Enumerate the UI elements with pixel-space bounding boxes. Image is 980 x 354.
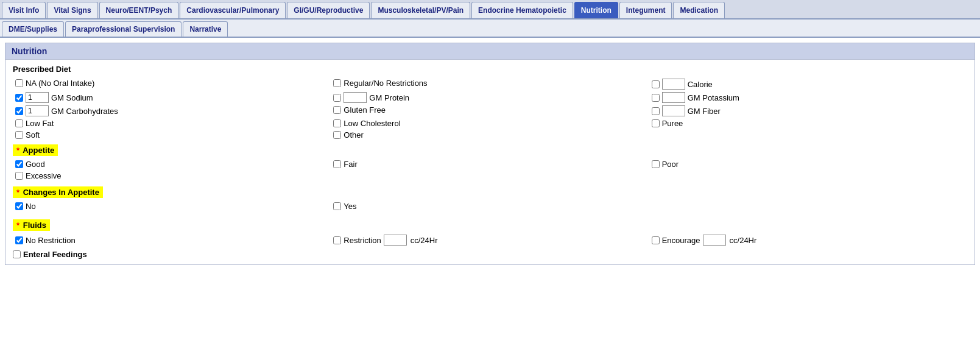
diet-gm-potassium-label: GM Potassium <box>688 93 739 102</box>
diet-low-fat-label: Low Fat <box>26 119 54 128</box>
diet-gm-fiber-label: GM Fiber <box>688 107 721 116</box>
diet-gm-potassium-input[interactable] <box>662 92 685 103</box>
fluids-restriction: Restriction cc/24Hr <box>333 234 646 246</box>
changes-yes-label: Yes <box>344 202 356 211</box>
fluids-required-star: * <box>16 221 19 230</box>
appetite-excessive-checkbox[interactable] <box>15 172 23 180</box>
fluids-section: * Fluids No Restriction <box>13 216 967 247</box>
diet-gluten-free-label: Gluten Free <box>344 105 386 115</box>
diet-calorie-checkbox[interactable] <box>652 80 660 88</box>
diet-gm-sodium: GM Sodium <box>15 91 328 104</box>
fluids-restriction-input[interactable] <box>384 235 407 246</box>
nav-tab-musculo[interactable]: Musculoskeletal/PV/Pain <box>371 2 470 18</box>
diet-gm-potassium: GM Potassium <box>652 91 965 104</box>
diet-gluten-free-checkbox[interactable] <box>333 106 341 114</box>
appetite-poor-checkbox[interactable] <box>652 160 660 168</box>
changes-table: No Yes <box>13 200 967 212</box>
nav-tab-visit-info[interactable]: Visit Info <box>2 2 46 18</box>
prescribed-diet-title: Prescribed Diet <box>13 65 967 74</box>
appetite-fair-checkbox[interactable] <box>333 160 341 168</box>
diet-regular-label: Regular/No Restrictions <box>344 79 427 88</box>
diet-puree-checkbox[interactable] <box>652 119 660 127</box>
nav-tab-neuro[interactable]: Neuro/EENT/Psych <box>99 2 179 18</box>
appetite-row-2: Excessive <box>13 170 967 182</box>
diet-gm-carbs-checkbox[interactable] <box>15 107 23 115</box>
diet-gm-protein-checkbox[interactable] <box>333 94 341 102</box>
diet-gm-sodium-input[interactable] <box>26 92 49 103</box>
diet-low-fat-checkbox[interactable] <box>15 119 23 127</box>
diet-soft-label: Soft <box>26 130 40 140</box>
appetite-good-label: Good <box>26 160 45 169</box>
fluids-no-restriction: No Restriction <box>15 235 328 246</box>
diet-gm-protein-input[interactable] <box>344 92 367 103</box>
nav-tab2-para[interactable]: Paraprofessional Supervision <box>65 21 182 37</box>
diet-na-label: NA (No Oral Intake) <box>26 79 94 88</box>
enteral-feedings: Enteral Feedings <box>13 249 967 260</box>
nav-tab-medication[interactable]: Medication <box>673 2 725 18</box>
diet-low-cholesterol-checkbox[interactable] <box>333 119 341 127</box>
nav-tab-endocrine[interactable]: Endocrine Hematopoietic <box>471 2 573 18</box>
enteral-feedings-section: Enteral Feedings <box>13 249 967 260</box>
fluids-row-1: No Restriction Restriction cc/24Hr <box>13 233 967 247</box>
primary-nav: Visit InfoVital SignsNeuro/EENT/PsychCar… <box>0 0 980 19</box>
changes-no-checkbox[interactable] <box>15 202 23 210</box>
appetite-required-star: * <box>16 146 19 155</box>
nav-tab-gi[interactable]: GI/GU/Reproductive <box>287 2 370 18</box>
diet-gm-sodium-checkbox[interactable] <box>15 94 23 102</box>
diet-gm-fiber-checkbox[interactable] <box>652 107 660 115</box>
fluids-encourage-input[interactable] <box>703 235 726 246</box>
enteral-feedings-checkbox[interactable] <box>13 250 21 258</box>
diet-gm-potassium-checkbox[interactable] <box>652 94 660 102</box>
changes-appetite-header: * Changes In Appetite <box>13 186 103 198</box>
diet-other-checkbox[interactable] <box>333 131 341 139</box>
diet-other-label: Other <box>344 130 364 140</box>
diet-gm-carbs-input[interactable] <box>26 105 49 116</box>
nav-tab-vital-signs[interactable]: Vital Signs <box>47 2 97 18</box>
changes-appetite-title: Changes In Appetite <box>23 188 99 197</box>
diet-gm-fiber-input[interactable] <box>662 105 685 116</box>
appetite-title: Appetite <box>23 146 54 155</box>
fluids-no-restriction-checkbox[interactable] <box>15 236 23 244</box>
fluids-title: Fluids <box>23 221 46 230</box>
diet-regular-checkbox[interactable] <box>333 79 341 87</box>
changes-yes-checkbox[interactable] <box>333 202 341 210</box>
fluids-restriction-checkbox[interactable] <box>333 236 341 244</box>
appetite-good-checkbox[interactable] <box>15 160 23 168</box>
appetite-row-1: Good Fair Poor <box>13 158 967 170</box>
nav-tab2-dme[interactable]: DME/Supplies <box>2 21 64 37</box>
diet-other: Other <box>333 130 646 140</box>
appetite-poor: Poor <box>652 159 965 169</box>
nav-tab-integument[interactable]: Integument <box>619 2 672 18</box>
enteral-feedings-label: Enteral Feedings <box>23 250 87 259</box>
diet-calorie: Calorie <box>652 78 965 90</box>
changes-no-label: No <box>26 202 36 211</box>
nav-tab-nutrition[interactable]: Nutrition <box>574 2 618 18</box>
diet-gm-fiber: GM Fiber <box>652 105 965 117</box>
fluids-header: * Fluids <box>13 219 50 231</box>
section-title-text: Nutrition <box>12 46 47 56</box>
diet-row-3: GM Carbohydrates Gluten Free GM <box>13 104 967 118</box>
diet-soft-checkbox[interactable] <box>15 131 23 139</box>
diet-puree-label: Puree <box>662 119 683 128</box>
appetite-good: Good <box>15 159 328 169</box>
appetite-header: * Appetite <box>13 144 58 156</box>
diet-na-checkbox[interactable] <box>15 79 23 87</box>
fluids-table: No Restriction Restriction cc/24Hr <box>13 233 967 247</box>
diet-low-cholesterol: Low Cholesterol <box>333 118 646 129</box>
fluids-encourage-checkbox[interactable] <box>652 236 660 244</box>
appetite-poor-label: Poor <box>662 160 679 169</box>
secondary-nav: DME/SuppliesParaprofessional Supervision… <box>0 19 980 38</box>
diet-na: NA (No Oral Intake) <box>15 78 328 88</box>
section-title: Nutrition <box>5 43 975 60</box>
fluids-encourage-label: Encourage <box>662 236 700 245</box>
diet-row-4: Low Fat Low Cholesterol Puree <box>13 118 967 129</box>
changes-yes: Yes <box>333 201 646 211</box>
fluids-encourage: Encourage cc/24Hr <box>652 234 965 246</box>
nav-tab2-narrative[interactable]: Narrative <box>183 21 228 37</box>
diet-calorie-input[interactable] <box>662 79 685 90</box>
nav-tab-cardio[interactable]: Cardiovascular/Pulmonary <box>180 2 286 18</box>
appetite-excessive: Excessive <box>15 171 328 181</box>
diet-regular: Regular/No Restrictions <box>333 78 646 88</box>
fluids-restriction-label: Restriction <box>344 236 381 245</box>
diet-row-1: NA (No Oral Intake) Regular/No Restricti… <box>13 77 967 91</box>
